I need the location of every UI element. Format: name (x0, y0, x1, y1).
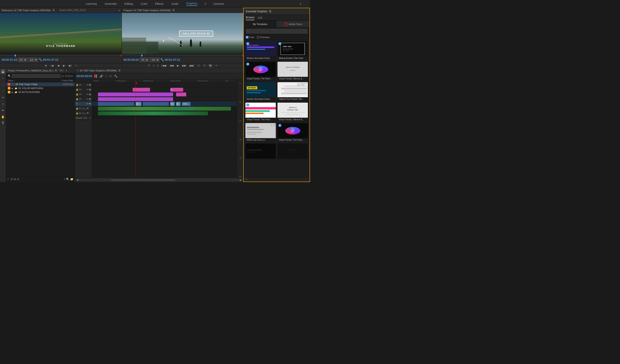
prog-play[interactable]: ▶ (176, 64, 180, 68)
project-expand-icon[interactable]: » (66, 69, 67, 72)
track-row-a2[interactable] (92, 111, 237, 116)
track-row-v3[interactable] (92, 92, 237, 97)
track-v2-camera[interactable]: 📷 (89, 98, 91, 100)
nav-expand[interactable]: » (300, 2, 301, 6)
item-expand-2[interactable]: ▶ (12, 91, 13, 93)
timeline-close-icon[interactable]: ✕ (77, 69, 78, 72)
item-expand-1[interactable]: ▶ (12, 87, 13, 90)
prog-mark2[interactable]: | (157, 64, 159, 68)
track-v3-lock[interactable]: 🔒 (76, 93, 78, 95)
template-card-0[interactable]: BLUR CINEMA MOTION GRAPHICS ✓ Modern Ani… (246, 41, 276, 60)
nav-color[interactable]: Color (140, 2, 148, 5)
track-row-a1[interactable] (92, 106, 237, 111)
clip-v4-2[interactable]: fx (170, 88, 183, 92)
audio-clip-a1b[interactable] (173, 107, 195, 111)
template-card-5[interactable]: FULL CONTROLEasy To Use Tabbed Text Pane… (278, 82, 308, 101)
template-card-2[interactable]: THEFLUIDSELF ✓ Visual Trends: The Fluid … (246, 62, 276, 80)
track-a2-mic[interactable]: 🎤 (86, 112, 89, 114)
track-a1-lock[interactable]: 🔒 (76, 107, 78, 110)
nav-assembly[interactable]: Assembly (104, 2, 117, 5)
template-card-9[interactable]: THEFLUIDSELF ✓ Visual Trends: The Fluid … (278, 123, 308, 142)
program-timeline-bar[interactable] (122, 55, 244, 56)
tl-marker-type-icon[interactable]: ▽ (109, 74, 112, 78)
source-fit-select[interactable]: Fit (18, 58, 27, 62)
track-a2-lock[interactable]: 🔒 (76, 112, 78, 114)
filter-premium[interactable]: Premium (257, 36, 270, 39)
nav-editing[interactable]: Editing (124, 2, 134, 5)
source-add-marker-btn[interactable]: ⊕ (44, 64, 47, 68)
template-card-8[interactable]: CALL OUT STYLE 02 ℹ ⬇ White and Gray Lo.… (246, 123, 276, 142)
eg-tab-browse[interactable]: Browse (246, 16, 254, 20)
prog-extract[interactable]: ⬡ (202, 64, 206, 68)
program-settings-icon[interactable]: 🔧 (160, 58, 164, 61)
tl-footer-fwd[interactable]: ▶ (240, 179, 242, 181)
template-dl-icon-8[interactable]: ⬇ (273, 124, 275, 127)
tl-linked-sel-icon[interactable]: 🔗 (99, 74, 104, 78)
track-v1-camera[interactable]: 📷 (89, 103, 91, 105)
timeline-scrollbar[interactable] (79, 180, 239, 181)
source-go-in-btn[interactable]: |◀ (50, 64, 54, 68)
nav-learning[interactable]: Learning (85, 2, 98, 5)
clip-v1-fx2[interactable]: fx (170, 102, 175, 106)
prog-camera[interactable]: 📷 (208, 64, 213, 68)
nav-hamburger[interactable]: ☰ (204, 2, 206, 5)
tl-snap-icon[interactable]: 🧲 (93, 74, 98, 78)
project-item-0[interactable]: ⬛ 00 TSB Trailer FINAL 23.976 fps (6, 82, 75, 86)
track-v4-camera[interactable]: 📷 (89, 89, 91, 91)
tool-razor[interactable]: ✂ (1, 95, 5, 100)
track-row-v5[interactable] (92, 83, 237, 87)
source-play-btn[interactable]: ▶ (62, 64, 66, 68)
track-v4-eye[interactable]: 👁 (86, 89, 88, 91)
track-row-v4[interactable]: fx (92, 87, 237, 92)
eg-footer-icon[interactable]: ⊙ (246, 178, 247, 181)
eg-source-adobe-stock[interactable]: St Adobe Stock (277, 21, 310, 27)
track-a1-mic[interactable]: 🎤 (86, 107, 89, 110)
template-card-10[interactable] (246, 143, 276, 160)
track-row-v2[interactable] (92, 97, 237, 102)
clip-v1-fx[interactable]: fx (136, 102, 141, 106)
source-step-fwd-btn[interactable]: ▶| (68, 64, 72, 68)
eg-tab-edit[interactable]: Edit (258, 16, 263, 20)
nav-libraries[interactable]: Libraries (213, 2, 225, 5)
prog-rev[interactable]: ◀◀ (169, 64, 174, 68)
prog-step-back[interactable]: |◀◀ (161, 64, 167, 68)
eg-menu-icon[interactable]: ☰ (269, 10, 271, 13)
clip-v1-fx3[interactable]: fx (176, 102, 180, 106)
track-v2-lock[interactable]: 🔒 (76, 98, 78, 100)
tool-slip[interactable]: ⇔ (1, 102, 5, 106)
source-quality-select[interactable]: 1/2 (28, 58, 38, 62)
prog-mark-out[interactable]: | (153, 64, 155, 68)
track-v3-eye[interactable]: 👁 (86, 93, 88, 95)
project-menu-icon[interactable]: ☰ (55, 69, 57, 72)
template-info-icon-8[interactable]: ℹ (271, 124, 272, 127)
clip-v1-2[interactable] (143, 102, 169, 106)
tool-selection[interactable]: ▲ (1, 69, 5, 74)
prog-lift[interactable]: ⬡ (197, 64, 201, 68)
source-timeline-bar[interactable] (0, 55, 122, 56)
tool-track-select[interactable]: ⤢ (1, 76, 5, 80)
tool-ripple[interactable]: ↔ (1, 82, 5, 87)
clip-v1-1[interactable] (98, 102, 134, 106)
template-card-3[interactable]: Silence & Solitude Transition Visual Tre… (278, 62, 308, 80)
premium-checkbox[interactable] (257, 36, 259, 39)
project-item-2[interactable]: ▶ 📁 02 AUTO-DUCKING (6, 90, 75, 94)
program-fit-select[interactable]: Fit (140, 58, 149, 62)
new-item-icon[interactable]: + (7, 178, 9, 181)
template-card-6[interactable]: ✓ Visual Trends: The Fluid ... (246, 103, 276, 121)
tl-add-marker-icon[interactable]: ⬦ (105, 74, 108, 78)
track-v1-eye[interactable]: 👁 (86, 103, 88, 105)
track-row-v1[interactable]: fx fx fx A003... (92, 102, 237, 106)
search-icon-footer[interactable]: 🔍 (66, 178, 69, 181)
template-card-11[interactable]: CALL OUT STYLE 02 (278, 143, 308, 160)
nav-effects[interactable]: Effects (154, 2, 165, 5)
template-card-1[interactable]: FIRST TEXT ADD SECOND TEXT Third Text He… (278, 41, 308, 60)
track-master-arrow[interactable]: ⊳ (89, 117, 91, 119)
tl-footer-mark[interactable]: ◀ (77, 179, 78, 181)
track-v2-eye[interactable]: 👁 (86, 98, 88, 100)
free-checkbox[interactable]: ✓ (246, 36, 248, 39)
template-card-7[interactable]: Silence & Solitude Title Visual Trends: … (278, 103, 308, 121)
program-quality-select[interactable]: 1/2 (150, 58, 159, 62)
prog-step-fwd[interactable]: ▶▶| (189, 64, 195, 68)
audio-clip-a2[interactable] (98, 111, 208, 115)
tl-wrench-icon[interactable]: 🔧 (113, 74, 118, 78)
